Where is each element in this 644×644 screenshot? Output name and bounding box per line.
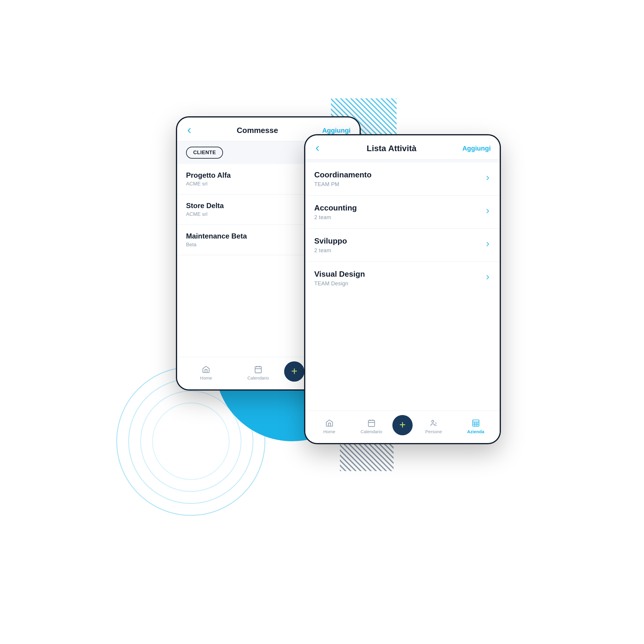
front-bottom-nav: Home Calendario + Persone [305,411,500,443]
spiral-ring-4 [152,403,230,480]
filter-badge[interactable]: CLIENTE [186,147,223,159]
front-list: Coordinamento TEAM PM Accounting 2 team [305,162,500,411]
back-add-button[interactable]: Aggiungi [322,127,351,134]
list-item-title: Accounting [314,203,480,213]
front-nav-calendario-label: Calendario [360,429,382,434]
svg-rect-10 [473,420,479,426]
list-item-content: Visual Design TEAM Design [314,270,480,287]
list-item-content: Coordinamento TEAM PM [314,170,480,188]
list-item-title: Visual Design [314,270,480,279]
list-item-sviluppo[interactable]: Sviluppo 2 team [305,229,500,262]
chevron-right-icon [485,274,491,282]
home-icon [325,419,334,427]
front-nav-persone-label: Persone [425,429,442,434]
fab-plus-icon: + [291,366,298,377]
calendar-icon [254,365,262,374]
list-item-visual-design[interactable]: Visual Design TEAM Design [305,262,500,295]
front-nav-fab-container[interactable]: + [392,415,413,438]
list-item-subtitle: TEAM PM [314,181,480,188]
list-item-content: Sviluppo 2 team [314,236,480,254]
nav-calendario-label: Calendario [247,375,269,380]
front-screen: Lista Attività Aggiungi Coordinamento TE… [305,135,500,443]
front-nav-azienda-label: Azienda [467,429,484,434]
nav-home[interactable]: Home [180,365,232,380]
chevron-right-icon [485,241,491,249]
front-nav-persone[interactable]: Persone [413,419,455,434]
list-item-coordinamento[interactable]: Coordinamento TEAM PM [305,162,500,196]
front-back-button[interactable] [314,145,321,152]
home-icon [202,365,210,374]
front-device: Lista Attività Aggiungi Coordinamento TE… [304,134,501,444]
building-icon [472,419,480,427]
back-screen-title: Commesse [237,126,278,135]
nav-home-label: Home [200,375,212,380]
list-item-subtitle: 2 team [314,247,480,254]
front-fab-plus-icon: + [399,419,405,430]
fab-button[interactable]: + [284,361,304,382]
front-header: Lista Attività Aggiungi [305,135,500,160]
people-icon [430,419,438,427]
calendar-icon [367,419,376,427]
list-item-title: Sviluppo [314,236,480,246]
front-fab-button[interactable]: + [392,415,413,435]
front-nav-home-label: Home [323,429,335,434]
list-item-subtitle: 2 team [314,214,480,221]
svg-rect-0 [255,366,261,373]
list-item-accounting[interactable]: Accounting 2 team [305,196,500,229]
back-button[interactable] [186,127,193,134]
svg-point-9 [432,420,434,422]
nav-calendario[interactable]: Calendario [232,365,284,380]
svg-rect-5 [368,420,374,426]
nav-fab-container[interactable]: + [284,361,304,384]
chevron-right-icon [485,175,491,183]
header-separator [305,160,500,162]
front-nav-calendario[interactable]: Calendario [350,419,392,434]
front-add-button[interactable]: Aggiungi [462,145,491,152]
list-item-title: Coordinamento [314,170,480,179]
list-item-subtitle: TEAM Design [314,281,480,287]
chevron-right-icon [485,208,491,216]
front-nav-home[interactable]: Home [308,419,350,434]
list-item-content: Accounting 2 team [314,203,480,221]
front-nav-azienda[interactable]: Azienda [455,419,497,434]
front-screen-title: Lista Attività [367,144,417,153]
